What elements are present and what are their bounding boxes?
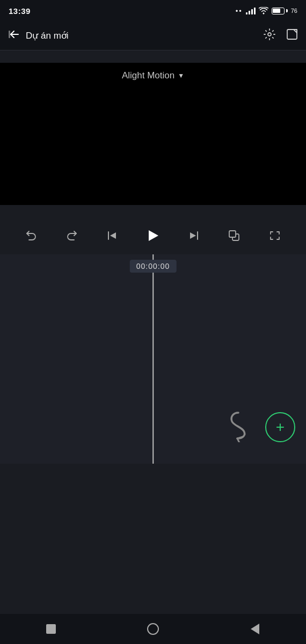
redo-button[interactable]: [60, 224, 84, 247]
status-dots: ••: [236, 7, 243, 15]
timecode-display: 00:00:00: [130, 260, 177, 273]
app-name-label: Alight Motion: [122, 70, 174, 81]
nav-right: [263, 28, 298, 43]
skip-end-button[interactable]: [182, 224, 206, 247]
add-layer-area: +: [222, 407, 295, 442]
alight-motion-label[interactable]: Alight Motion ▼: [122, 70, 184, 81]
svg-rect-6: [229, 231, 236, 237]
undo-button[interactable]: [19, 224, 43, 247]
export-button[interactable]: [286, 28, 298, 43]
back-button[interactable]: [8, 29, 20, 42]
fullscreen-button[interactable]: [263, 224, 287, 247]
bottom-bar: [0, 614, 306, 644]
skip-start-button[interactable]: [100, 224, 124, 247]
svg-rect-0: [9, 31, 10, 38]
project-title: Dự án mới: [26, 30, 69, 41]
svg-point-1: [268, 33, 271, 36]
play-triangle-icon: [149, 230, 158, 241]
dropdown-arrow-icon: ▼: [178, 72, 184, 79]
swirl-gesture-icon: [222, 407, 260, 442]
add-layer-button[interactable]: +: [265, 412, 295, 442]
system-back-button[interactable]: [243, 617, 267, 641]
nav-bar: Dự án mới: [0, 21, 306, 50]
home-circle-icon: [147, 623, 159, 635]
preview-area: Alight Motion ▼: [0, 50, 306, 217]
playhead: [152, 254, 154, 464]
timeline-area: 00:00:00 +: [0, 254, 306, 464]
plus-icon: +: [276, 419, 285, 436]
wifi-icon: [259, 7, 268, 14]
status-bar: 13:39 •• 76: [0, 0, 306, 21]
play-button[interactable]: [141, 224, 165, 247]
controls-bar: [0, 217, 306, 254]
home-button[interactable]: [141, 617, 165, 641]
stop-square-icon: [46, 624, 56, 634]
battery-icon: [272, 8, 288, 14]
settings-button[interactable]: [263, 28, 276, 43]
status-time: 13:39: [9, 6, 31, 16]
copy-frame-button[interactable]: [222, 224, 246, 247]
signal-bars-icon: [246, 7, 256, 14]
back-triangle-icon: [251, 624, 259, 634]
preview-canvas: Alight Motion ▼: [0, 63, 306, 205]
status-icons: •• 76: [236, 7, 297, 15]
battery-percent: 76: [291, 8, 297, 14]
stop-button[interactable]: [39, 617, 63, 641]
nav-left: Dự án mới: [8, 29, 69, 42]
